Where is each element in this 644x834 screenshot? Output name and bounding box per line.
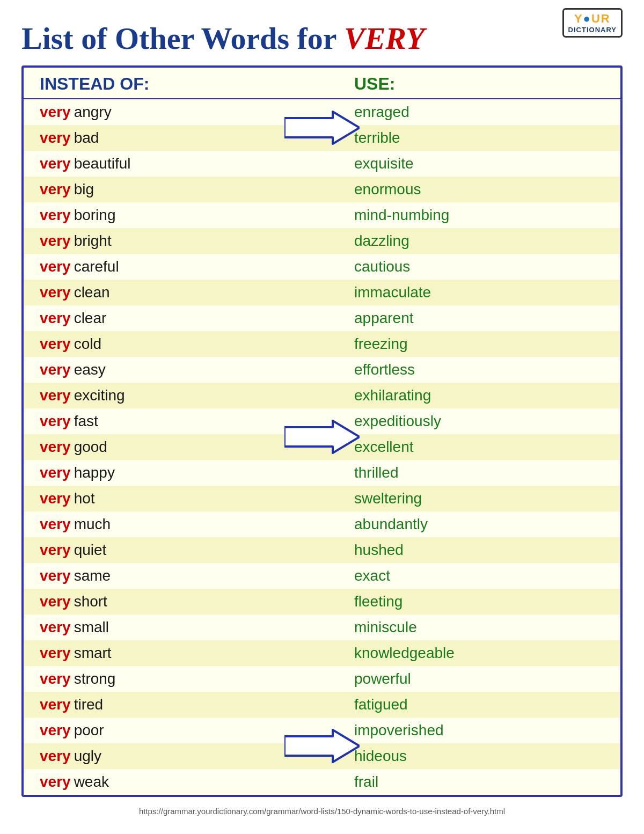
header-instead: INSTEAD OF: bbox=[40, 74, 322, 94]
very-label: very bbox=[40, 567, 71, 584]
table-row: very smartknowledgeable bbox=[24, 640, 620, 666]
logo-your: Y●UR bbox=[574, 12, 611, 26]
table-row: very boringmind-numbing bbox=[24, 202, 620, 228]
table-row: very coldfreezing bbox=[24, 331, 620, 357]
very-label: very bbox=[40, 258, 71, 275]
instead-cell: very easy bbox=[40, 361, 322, 378]
very-label: very bbox=[40, 335, 71, 353]
instead-cell: very weak bbox=[40, 773, 322, 791]
use-cell: expeditiously bbox=[322, 413, 604, 430]
table-row: very happythrilled bbox=[24, 460, 620, 486]
very-label: very bbox=[40, 464, 71, 481]
instead-cell: very short bbox=[40, 593, 322, 610]
use-cell: mind-numbing bbox=[322, 207, 604, 224]
arrow-group-A: very angryenragedvery badterrible bbox=[24, 99, 620, 151]
adj-label: cold bbox=[74, 335, 101, 353]
adj-label: bright bbox=[74, 232, 112, 250]
table-row: very beautifulexquisite bbox=[24, 151, 620, 177]
footer-url: https://grammar.yourdictionary.com/gramm… bbox=[21, 807, 623, 816]
use-cell: knowledgeable bbox=[322, 645, 604, 662]
use-cell: frail bbox=[322, 773, 604, 791]
adj-label: happy bbox=[74, 464, 115, 481]
use-cell: fleeting bbox=[322, 593, 604, 610]
adj-label: easy bbox=[74, 361, 106, 378]
very-label: very bbox=[40, 413, 71, 430]
adj-label: big bbox=[74, 181, 94, 198]
very-label: very bbox=[40, 696, 71, 713]
instead-cell: very happy bbox=[40, 464, 322, 481]
instead-cell: very much bbox=[40, 516, 322, 533]
instead-cell: very beautiful bbox=[40, 155, 322, 172]
very-label: very bbox=[40, 670, 71, 687]
table-row: very poorimpoverished bbox=[24, 718, 620, 743]
use-cell: hideous bbox=[322, 748, 604, 765]
adj-label: fast bbox=[74, 413, 98, 430]
instead-cell: very poor bbox=[40, 722, 322, 739]
page-wrapper: Y●UR DICTIONARY List of Other Words for … bbox=[0, 0, 644, 834]
use-cell: terrible bbox=[322, 129, 604, 147]
adj-label: good bbox=[74, 438, 107, 456]
use-cell: powerful bbox=[322, 670, 604, 687]
adj-label: poor bbox=[74, 722, 104, 739]
instead-cell: very clear bbox=[40, 310, 322, 327]
use-cell: miniscule bbox=[322, 619, 604, 636]
table-row: very clearapparent bbox=[24, 305, 620, 331]
use-cell: excellent bbox=[322, 438, 604, 456]
very-label: very bbox=[40, 619, 71, 636]
adj-label: clear bbox=[74, 310, 107, 327]
very-label: very bbox=[40, 387, 71, 404]
instead-cell: very tired bbox=[40, 696, 322, 713]
adj-label: weak bbox=[74, 773, 109, 791]
table-row: very bigenormous bbox=[24, 177, 620, 202]
very-label: very bbox=[40, 310, 71, 327]
adj-label: careful bbox=[74, 258, 119, 275]
logo-box: Y●UR DICTIONARY bbox=[562, 8, 623, 38]
adj-label: hot bbox=[74, 490, 95, 507]
arrow-group-B: very fastexpeditiouslyvery goodexcellent bbox=[24, 408, 620, 460]
table-row: very hotsweltering bbox=[24, 486, 620, 511]
instead-cell: very bright bbox=[40, 232, 322, 250]
instead-cell: very careful bbox=[40, 258, 322, 275]
table-row: very weakfrail bbox=[24, 769, 620, 795]
adj-label: clean bbox=[74, 284, 110, 301]
adj-label: beautiful bbox=[74, 155, 131, 172]
very-label: very bbox=[40, 129, 71, 147]
very-label: very bbox=[40, 232, 71, 250]
very-label: very bbox=[40, 284, 71, 301]
use-cell: freezing bbox=[322, 335, 604, 353]
instead-cell: very same bbox=[40, 567, 322, 584]
very-label: very bbox=[40, 207, 71, 224]
use-cell: fatigued bbox=[322, 696, 604, 713]
use-cell: exhilarating bbox=[322, 387, 604, 404]
instead-cell: very ugly bbox=[40, 748, 322, 765]
use-cell: exquisite bbox=[322, 155, 604, 172]
use-cell: thrilled bbox=[322, 464, 604, 481]
table-row: very goodexcellent bbox=[24, 434, 620, 460]
use-cell: apparent bbox=[322, 310, 604, 327]
use-cell: enraged bbox=[322, 104, 604, 121]
very-label: very bbox=[40, 516, 71, 533]
title-main: List of Other Words for bbox=[21, 21, 344, 56]
arrow-group-C: very poorimpoverishedvery uglyhideous bbox=[24, 718, 620, 769]
instead-cell: very bad bbox=[40, 129, 322, 147]
instead-cell: very strong bbox=[40, 670, 322, 687]
adj-label: strong bbox=[74, 670, 116, 687]
word-rows: very angryenragedvery badterrible very b… bbox=[24, 99, 620, 795]
very-label: very bbox=[40, 773, 71, 791]
adj-label: angry bbox=[74, 104, 112, 121]
table-row: very carefulcautious bbox=[24, 254, 620, 280]
instead-cell: very boring bbox=[40, 207, 322, 224]
very-label: very bbox=[40, 722, 71, 739]
table-row: very muchabundantly bbox=[24, 511, 620, 537]
header-row: INSTEAD OF: USE: bbox=[24, 68, 620, 99]
very-label: very bbox=[40, 104, 71, 121]
instead-cell: very angry bbox=[40, 104, 322, 121]
adj-label: smart bbox=[74, 645, 112, 662]
logo-dictionary: DICTIONARY bbox=[568, 26, 617, 34]
table-row: very tiredfatigued bbox=[24, 692, 620, 718]
table-row: very shortfleeting bbox=[24, 589, 620, 614]
instead-cell: very hot bbox=[40, 490, 322, 507]
use-cell: enormous bbox=[322, 181, 604, 198]
use-cell: abundantly bbox=[322, 516, 604, 533]
adj-label: short bbox=[74, 593, 107, 610]
